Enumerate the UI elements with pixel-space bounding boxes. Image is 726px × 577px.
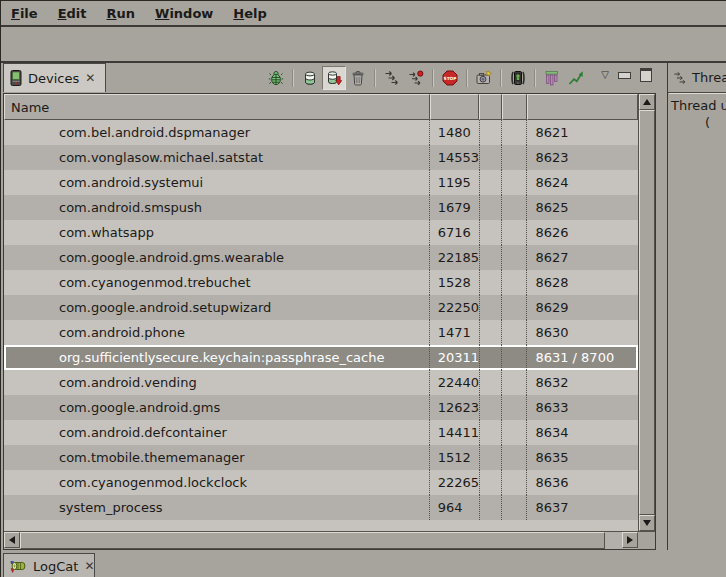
scroll-down-button[interactable] xyxy=(639,515,655,531)
horizontal-scroll-thumb[interactable] xyxy=(20,532,605,549)
minimize-icon[interactable] xyxy=(618,72,631,79)
process-name-cell: com.android.smspush xyxy=(4,195,430,220)
menu-help[interactable]: Help xyxy=(223,3,276,23)
threads-tabbar: Threads xyxy=(668,63,726,93)
process-pid-cell: 1195 xyxy=(430,170,480,195)
maximize-icon[interactable] xyxy=(640,68,652,82)
process-name-cell: com.google.android.gms.wearable xyxy=(4,245,430,270)
blank-cell xyxy=(502,345,527,370)
update-threads-icon xyxy=(384,70,400,86)
blank-cell xyxy=(480,445,503,470)
process-port-cell: 8633 xyxy=(527,395,638,420)
reset-adb-button[interactable] xyxy=(506,66,530,90)
blank-cell xyxy=(502,370,527,395)
blank-cell xyxy=(480,370,503,395)
horizontal-scrollbar[interactable] xyxy=(4,531,655,549)
blank-cell xyxy=(480,320,503,345)
screen-capture-button[interactable] xyxy=(472,66,496,90)
process-name-cell: system_process xyxy=(4,495,430,520)
blank-cell xyxy=(502,395,527,420)
process-port-cell: 8635 xyxy=(527,445,638,470)
column-header-blank1[interactable] xyxy=(479,94,502,120)
tab-devices[interactable]: Devices ✕ xyxy=(3,63,106,92)
stop-process-button[interactable]: STOP xyxy=(438,66,462,90)
toolbar-separator xyxy=(466,69,468,87)
trace-arrow-icon xyxy=(568,70,584,86)
scroll-up-button[interactable] xyxy=(639,94,655,110)
update-heap-button[interactable] xyxy=(298,66,322,90)
blank-cell xyxy=(480,170,503,195)
menu-window[interactable]: Window xyxy=(145,3,223,23)
table-row[interactable]: org.sufficientlysecure.keychain:passphra… xyxy=(4,345,638,370)
panel-sash[interactable] xyxy=(658,63,667,550)
menu-run[interactable]: Run xyxy=(97,3,146,23)
table-row[interactable]: com.android.defcontainer 14411 8634 xyxy=(4,420,638,445)
device-process-table: Name com.bel.android.dspmanager 1480 862… xyxy=(3,93,656,550)
table-row[interactable]: com.bel.android.dspmanager 1480 8621 xyxy=(4,120,638,145)
process-pid-cell: 1471 xyxy=(430,320,480,345)
horizontal-scroll-track[interactable] xyxy=(605,532,622,549)
process-port-cell: 8623 xyxy=(527,145,638,170)
process-pid-cell: 22440 xyxy=(430,370,480,395)
table-row[interactable]: com.android.vending 22440 8632 xyxy=(4,370,638,395)
view-window-buttons: ▽ xyxy=(601,68,652,82)
vertical-scroll-thumb[interactable] xyxy=(639,110,655,515)
table-row[interactable]: com.google.android.setupwizard 22250 862… xyxy=(4,295,638,320)
menu-bar: File Edit Run Window Help xyxy=(1,1,726,27)
process-name-cell: com.google.android.setupwizard xyxy=(4,295,430,320)
scroll-right-button[interactable] xyxy=(622,532,638,548)
table-row[interactable]: com.google.android.gms.wearable 22185 86… xyxy=(4,245,638,270)
column-header-pid[interactable] xyxy=(430,94,480,120)
table-row[interactable]: com.android.systemui 1195 8624 xyxy=(4,170,638,195)
process-name-cell: com.cyanogenmod.trebuchet xyxy=(4,270,430,295)
threads-tab-label[interactable]: Threads xyxy=(692,70,726,85)
table-row[interactable]: com.android.phone 1471 8630 xyxy=(4,320,638,345)
up-arrow-icon xyxy=(643,99,651,105)
process-pid-cell: 14553 xyxy=(430,145,480,170)
devices-tab-close-icon[interactable]: ✕ xyxy=(85,71,95,85)
process-pid-cell: 1512 xyxy=(430,445,480,470)
process-pid-cell: 964 xyxy=(430,495,480,520)
threads-message-line2: ( xyxy=(671,114,726,131)
scroll-left-button[interactable] xyxy=(4,532,20,548)
process-pid-cell: 1679 xyxy=(430,195,480,220)
column-header-name[interactable]: Name xyxy=(4,94,430,120)
blank-cell xyxy=(502,170,527,195)
method-profiling-button[interactable] xyxy=(404,66,428,90)
process-name-cell: com.android.phone xyxy=(4,320,430,345)
update-threads-button[interactable] xyxy=(380,66,404,90)
table-row[interactable]: com.vonglasow.michael.satstat 14553 8623 xyxy=(4,145,638,170)
table-row[interactable]: com.cyanogenmod.lockclock 22265 8636 xyxy=(4,470,638,495)
table-row[interactable]: com.tmobile.thememanager 1512 8635 xyxy=(4,445,638,470)
systrace-button[interactable] xyxy=(564,66,588,90)
debug-process-button[interactable] xyxy=(264,66,288,90)
table-row[interactable]: system_process 964 8637 xyxy=(4,495,638,520)
menu-file[interactable]: File xyxy=(1,3,48,23)
menu-edit[interactable]: Edit xyxy=(48,3,97,23)
tab-logcat[interactable]: LogCat ✕ xyxy=(3,553,95,577)
process-name-cell: com.bel.android.dspmanager xyxy=(4,120,430,145)
process-name-cell: com.android.systemui xyxy=(4,170,430,195)
table-row[interactable]: com.cyanogenmod.trebuchet 1528 8628 xyxy=(4,270,638,295)
column-header-port[interactable] xyxy=(527,94,638,120)
main-toolbar-strip xyxy=(1,27,726,63)
column-header-blank2[interactable] xyxy=(502,94,527,120)
view-menu-icon[interactable]: ▽ xyxy=(601,70,609,80)
process-pid-cell: 22185 xyxy=(430,245,480,270)
blank-cell xyxy=(502,120,527,145)
cause-gc-button[interactable] xyxy=(346,66,370,90)
table-header: Name xyxy=(4,94,638,120)
process-pid-cell: 6716 xyxy=(430,220,480,245)
scrollbar-corner xyxy=(638,532,655,549)
logcat-tab-close-icon[interactable]: ✕ xyxy=(84,559,94,573)
view-hierarchy-button[interactable] xyxy=(540,66,564,90)
process-port-cell: 8624 xyxy=(527,170,638,195)
vertical-scrollbar[interactable] xyxy=(638,94,655,531)
process-name-cell: com.android.defcontainer xyxy=(4,420,430,445)
process-name-cell: com.tmobile.thememanager xyxy=(4,445,430,470)
threads-message: Thread up ( xyxy=(669,93,726,550)
table-row[interactable]: com.android.smspush 1679 8625 xyxy=(4,195,638,220)
dump-hprof-button[interactable] xyxy=(322,66,346,90)
table-row[interactable]: com.google.android.gms 12623 8633 xyxy=(4,395,638,420)
table-row[interactable]: com.whatsapp 6716 8626 xyxy=(4,220,638,245)
